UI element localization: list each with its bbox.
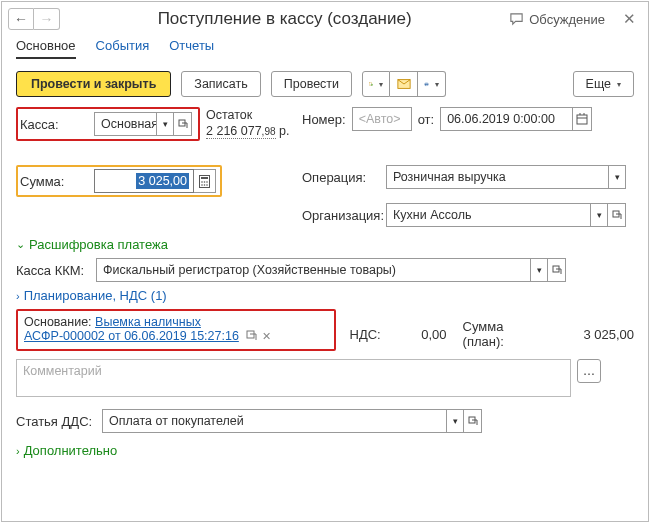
create-based-on-button[interactable]: ▾ bbox=[362, 71, 390, 97]
dds-label: Статья ДДС: bbox=[16, 414, 96, 429]
doc-plus-icon bbox=[369, 77, 373, 91]
discuss-button[interactable]: Обсуждение bbox=[509, 12, 605, 27]
section-plan-label: Планирование, НДС (1) bbox=[24, 288, 167, 303]
basis-block: Основание: Выемка наличныхАСФР-000002 от… bbox=[16, 309, 336, 351]
plan-label: Сумма (план): bbox=[463, 319, 549, 349]
window-title: Поступление в кассу (создание) bbox=[60, 9, 509, 29]
mail-button[interactable] bbox=[390, 71, 418, 97]
tab-main[interactable]: Основное bbox=[16, 38, 76, 59]
open-icon[interactable] bbox=[608, 203, 626, 227]
svg-rect-4 bbox=[425, 82, 428, 83]
dropdown-icon[interactable]: ▾ bbox=[446, 409, 464, 433]
svg-point-11 bbox=[204, 181, 206, 183]
dds-select[interactable]: Оплата от покупателей ▾ bbox=[102, 409, 482, 433]
sum-label: Сумма: bbox=[20, 174, 86, 189]
from-label: от: bbox=[418, 112, 435, 127]
discuss-label: Обсуждение bbox=[529, 12, 605, 27]
svg-rect-5 bbox=[425, 85, 428, 86]
section-plan-toggle[interactable]: › Планирование, НДС (1) bbox=[16, 288, 634, 303]
clear-icon[interactable]: ✕ bbox=[262, 330, 271, 343]
kkm-select[interactable]: Фискальный регистратор (Хозяйственные то… bbox=[96, 258, 566, 282]
tab-events[interactable]: События bbox=[96, 38, 150, 59]
kkm-value: Фискальный регистратор (Хозяйственные то… bbox=[96, 258, 530, 282]
close-button[interactable]: ✕ bbox=[619, 10, 640, 28]
nds-value: 0,00 bbox=[387, 327, 447, 342]
kassa-select[interactable]: Основная ▾ bbox=[94, 112, 192, 136]
envelope-icon bbox=[397, 78, 411, 90]
svg-point-10 bbox=[201, 181, 203, 183]
balance-label: Остаток bbox=[206, 107, 289, 123]
open-icon[interactable] bbox=[464, 409, 482, 433]
save-button[interactable]: Записать bbox=[181, 71, 260, 97]
more-label: Еще bbox=[586, 77, 611, 91]
calendar-icon bbox=[576, 113, 588, 125]
more-button[interactable]: Еще ▾ bbox=[573, 71, 634, 97]
calculator-icon bbox=[199, 175, 210, 188]
printer-icon bbox=[424, 77, 429, 91]
svg-point-14 bbox=[204, 184, 206, 186]
kkm-label: Касса ККМ: bbox=[16, 263, 90, 278]
open-icon[interactable] bbox=[246, 330, 258, 342]
dropdown-icon[interactable]: ▾ bbox=[590, 203, 608, 227]
section-more-toggle[interactable]: › Дополнительно bbox=[16, 443, 634, 458]
nds-label: НДС: bbox=[350, 327, 381, 342]
number-input[interactable]: <Авто> bbox=[352, 107, 412, 131]
comment-placeholder: Комментарий bbox=[23, 364, 102, 378]
balance-value[interactable]: 2 216 077,98 bbox=[206, 124, 276, 139]
svg-point-12 bbox=[206, 181, 208, 183]
svg-point-15 bbox=[206, 184, 208, 186]
dropdown-icon[interactable]: ▾ bbox=[156, 112, 174, 136]
open-icon[interactable] bbox=[548, 258, 566, 282]
post-and-close-button[interactable]: Провести и закрыть bbox=[16, 71, 171, 97]
basis-label: Основание: bbox=[24, 315, 92, 329]
calculator-button[interactable] bbox=[194, 169, 216, 193]
nav-forward-button: → bbox=[34, 8, 60, 30]
caret-icon: ▾ bbox=[435, 80, 439, 89]
sum-value: 3 025,00 bbox=[136, 173, 189, 189]
plan-value: 3 025,00 bbox=[554, 327, 634, 342]
chevron-right-icon: › bbox=[16, 445, 20, 457]
date-input[interactable]: 06.06.2019 0:00:00 bbox=[440, 107, 572, 131]
svg-rect-9 bbox=[201, 177, 208, 179]
org-select[interactable]: Кухни Ассоль ▾ bbox=[386, 203, 626, 227]
operation-select[interactable]: Розничная выручка ▾ bbox=[386, 165, 626, 189]
caret-icon: ▾ bbox=[379, 80, 383, 89]
kassa-value: Основная bbox=[94, 112, 156, 136]
dropdown-icon[interactable]: ▾ bbox=[530, 258, 548, 282]
dropdown-icon[interactable]: ▾ bbox=[608, 165, 626, 189]
operation-value: Розничная выручка bbox=[386, 165, 608, 189]
number-label: Номер: bbox=[302, 112, 346, 127]
post-button[interactable]: Провести bbox=[271, 71, 352, 97]
chevron-right-icon: › bbox=[16, 290, 20, 302]
titlebar: ← → Поступление в кассу (создание) Обсуж… bbox=[2, 2, 648, 36]
section-payment-toggle[interactable]: ⌄ Расшифровка платежа bbox=[16, 237, 634, 252]
balance-currency: р. bbox=[279, 124, 289, 138]
nav-back-button[interactable]: ← bbox=[8, 8, 34, 30]
svg-rect-7 bbox=[577, 115, 587, 124]
open-icon[interactable] bbox=[174, 112, 192, 136]
balance-block: Остаток 2 216 077,98 р. bbox=[206, 107, 289, 140]
org-label: Организация: bbox=[302, 208, 380, 223]
section-more-label: Дополнительно bbox=[24, 443, 118, 458]
calendar-button[interactable] bbox=[572, 107, 592, 131]
caret-icon: ▾ bbox=[617, 80, 621, 89]
sum-input[interactable]: 3 025,00 bbox=[94, 169, 194, 193]
print-button[interactable]: ▾ bbox=[418, 71, 446, 97]
svg-point-13 bbox=[201, 184, 203, 186]
toolbar: Провести и закрыть Записать Провести ▾ ▾… bbox=[2, 67, 648, 105]
tabs: Основное События Отчеты bbox=[2, 36, 648, 67]
section-payment-label: Расшифровка платежа bbox=[29, 237, 168, 252]
chevron-down-icon: ⌄ bbox=[16, 238, 25, 251]
action-group: ▾ ▾ bbox=[362, 71, 446, 97]
kassa-label: Касса: bbox=[20, 117, 86, 132]
chat-icon bbox=[509, 12, 524, 27]
comment-browse-button[interactable]: … bbox=[577, 359, 601, 383]
operation-label: Операция: bbox=[302, 170, 380, 185]
org-value: Кухни Ассоль bbox=[386, 203, 590, 227]
comment-input[interactable]: Комментарий bbox=[16, 359, 571, 397]
dds-value: Оплата от покупателей bbox=[102, 409, 446, 433]
tab-reports[interactable]: Отчеты bbox=[169, 38, 214, 59]
